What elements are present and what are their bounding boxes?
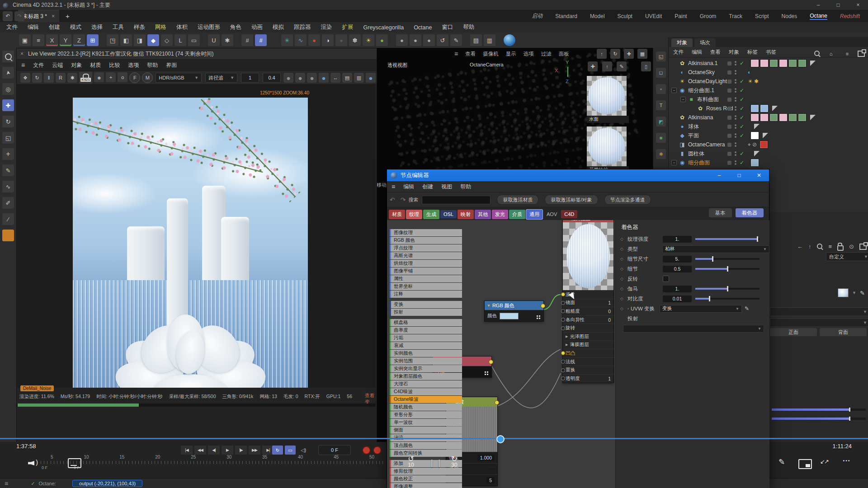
phong-tag-icon[interactable] [772, 106, 778, 111]
back-icon[interactable]: ← [797, 243, 803, 250]
menu-item[interactable]: 渲染 [321, 23, 332, 31]
search-icon[interactable] [814, 51, 821, 57]
editor-render-dots[interactable] [735, 124, 736, 129]
enabled-check-icon[interactable]: ✓ [740, 123, 746, 130]
node-type-item[interactable]: 属性 [390, 275, 462, 282]
port-dot[interactable] [561, 351, 565, 355]
phong-tag-icon[interactable] [810, 115, 816, 120]
toolbar-icon[interactable] [295, 34, 307, 46]
new-tab-button[interactable]: + [66, 12, 70, 20]
viewport-menu-item[interactable]: 过滤 [541, 51, 552, 57]
panel-icon[interactable] [656, 100, 666, 110]
colorspace-dropdown[interactable]: HDR/sRGB▼ [156, 73, 202, 83]
node-type-item[interactable]: 图像调整 [390, 483, 462, 488]
toolbar-icon[interactable] [19, 34, 31, 46]
toolbar-icon[interactable] [241, 34, 253, 46]
port-dot[interactable] [561, 301, 565, 305]
expand-icon[interactable] [485, 371, 486, 373]
phong-tag-icon[interactable] [754, 124, 760, 129]
editor-render-dots[interactable] [735, 142, 736, 147]
menu-item[interactable]: 动画 [251, 23, 263, 31]
node-type-item[interactable]: 投射 [390, 309, 462, 316]
node-type-item[interactable]: 注释 [390, 291, 462, 298]
edit-pencil-icon[interactable]: ✎ [745, 305, 749, 312]
live-viewer-toolbar-icon[interactable] [307, 73, 317, 83]
object-tree-row[interactable]: 平面 ✓ [669, 131, 868, 140]
toolbar-icon[interactable] [147, 34, 159, 46]
object-tree-row[interactable]: − 细分曲面 ✓ [669, 158, 868, 167]
object-tree-row[interactable]: 圆柱体 ✓ [669, 149, 868, 158]
node-type-item[interactable]: 侧面 [390, 427, 462, 434]
panel-icon[interactable] [656, 149, 666, 159]
material-port[interactable]: 法线 [563, 357, 613, 366]
menu-item[interactable]: 体积 [176, 23, 188, 31]
param-slider[interactable] [772, 408, 866, 411]
port-dot[interactable] [561, 360, 565, 364]
tool-icon[interactable] [2, 148, 14, 160]
minimize-button[interactable]: – [709, 169, 729, 181]
output-dot[interactable] [541, 304, 545, 308]
current-frame-field[interactable]: 0 F [318, 445, 351, 455]
expander-icon[interactable]: − [671, 88, 677, 93]
panel-icon[interactable] [656, 117, 666, 127]
visibility-toggle[interactable] [727, 134, 731, 138]
layout-item[interactable]: Groom [700, 13, 717, 19]
live-viewer-toolbar-icon[interactable] [94, 72, 104, 82]
enabled-check-icon[interactable]: ✓ [740, 105, 746, 112]
menu-item[interactable]: 样条 [134, 23, 145, 31]
loop-mode-button[interactable]: ▭ [285, 446, 296, 455]
node-type-item[interactable]: 单一波纹 [390, 419, 462, 426]
node-type-item[interactable]: 浮点纹理 [390, 244, 462, 252]
attribute-dropdown[interactable]: ▼ [770, 307, 868, 316]
transport-button[interactable]: ▶ [222, 446, 233, 455]
node-type-item[interactable]: 衰减 [390, 342, 462, 349]
toolbar-icon[interactable] [188, 34, 200, 46]
object-name[interactable]: 球体 [688, 123, 699, 131]
visibility-toggle[interactable] [727, 89, 731, 93]
viewport-menu-item[interactable]: 查看 [465, 51, 476, 57]
value-field[interactable]: 0.5 [663, 266, 692, 272]
node-category-tab[interactable]: 生成 [423, 210, 439, 219]
node-type-item[interactable]: RGB 颜色 [390, 237, 462, 244]
object-name[interactable]: OctaneCamera [688, 141, 725, 148]
node-category-tab[interactable]: OSL [440, 210, 457, 218]
object-tree-row[interactable]: − 细分曲面.1 ✓ [669, 86, 868, 95]
toolbar-icon[interactable] [335, 34, 347, 46]
value-field[interactable]: 1. [663, 286, 692, 292]
layout-item[interactable]: Redshift [840, 13, 860, 19]
material-tags[interactable] [760, 141, 768, 149]
object-tree-row[interactable]: OctaneDayLight ✓ ☀ ✱ [669, 77, 868, 86]
ruler-ticks[interactable] [41, 461, 384, 464]
tool-icon[interactable] [2, 51, 14, 62]
live-viewer-toolbar-icon[interactable] [354, 73, 364, 83]
toolbar-icon[interactable] [322, 34, 334, 46]
viewport-menu-icon[interactable]: ≡ [454, 50, 458, 57]
expand-icon[interactable] [537, 315, 538, 317]
phong-tag-icon[interactable] [754, 151, 760, 156]
layout-item[interactable]: Nodes [782, 13, 797, 19]
subtitle-icon[interactable] [68, 458, 81, 468]
toolbar-icon[interactable] [349, 34, 361, 46]
layout-item[interactable]: Octane [810, 13, 827, 20]
viewport-tool-icon[interactable] [602, 61, 612, 71]
loop-mode-button[interactable]: ↻ [272, 446, 283, 455]
viewport-menu-item[interactable]: 选项 [524, 51, 534, 57]
live-viewer-toolbar-icon[interactable] [56, 73, 66, 83]
target-icon[interactable]: ⊙ [849, 243, 854, 250]
port-dot[interactable] [561, 368, 565, 372]
node-type-item[interactable]: 烘焙纹理 [390, 260, 462, 267]
node-type-item[interactable]: 顶点颜色 [390, 442, 462, 449]
material-tags[interactable] [750, 159, 759, 167]
viewport-icon[interactable] [624, 49, 634, 59]
material-thumbnail[interactable] [587, 127, 627, 166]
material-port[interactable]: 粗糙度 0 [563, 307, 613, 315]
pause-button[interactable]: ❘❘ [429, 458, 443, 468]
object-manager-tab[interactable]: 场次 [694, 38, 716, 47]
port-dot[interactable] [561, 309, 565, 313]
node-type-item[interactable]: 污垢 [390, 334, 462, 342]
menu-item[interactable]: 文件 [6, 23, 18, 31]
inspector-tab[interactable]: 基本 [709, 208, 732, 217]
phong-tag-icon[interactable] [763, 133, 768, 138]
tool-icon[interactable] [2, 132, 14, 144]
object-tree-row[interactable]: Atkinsiana ✓ [669, 113, 868, 122]
